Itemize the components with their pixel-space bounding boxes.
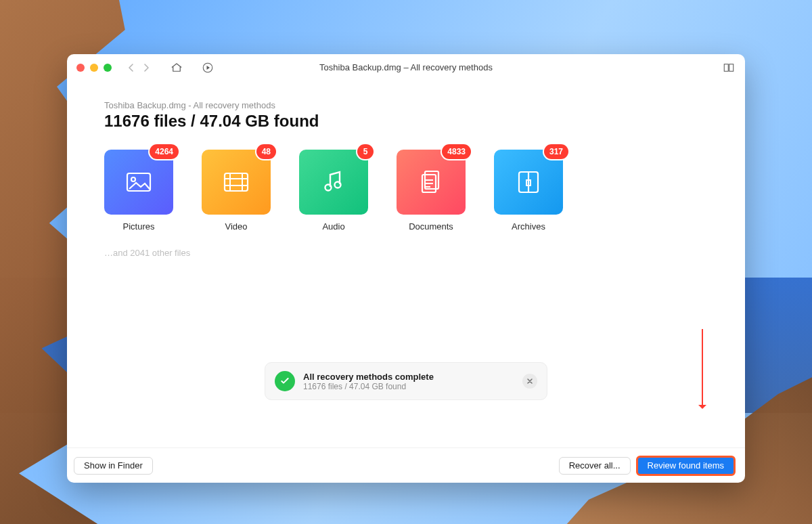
category-tile-pictures[interactable]: 4264 <box>104 150 173 215</box>
scan-activity-button[interactable] <box>201 61 215 74</box>
other-files-note: …and 2041 other files <box>104 248 718 258</box>
breadcrumb: Toshiba Backup.dmg - All recovery method… <box>104 100 718 110</box>
category-badge: 317 <box>544 144 568 159</box>
svg-point-6 <box>325 185 332 191</box>
window-controls <box>76 64 112 72</box>
category-documents[interactable]: 4833Documents <box>397 150 466 232</box>
category-tile-archives[interactable]: 317 <box>494 150 563 215</box>
back-button[interactable] <box>125 62 137 74</box>
category-pictures[interactable]: 4264Pictures <box>104 150 173 232</box>
close-window-button[interactable] <box>76 64 85 72</box>
show-in-finder-button[interactable]: Show in Finder <box>74 457 153 475</box>
fullscreen-window-button[interactable] <box>104 64 112 72</box>
category-label: Pictures <box>123 221 155 232</box>
category-archives[interactable]: 317Archives <box>494 150 563 232</box>
content-area: Toshiba Backup.dmg - All recovery method… <box>67 81 745 447</box>
success-check-icon <box>275 371 295 391</box>
window-title: Toshiba Backup.dmg – All recovery method… <box>67 62 745 72</box>
category-badge: 4833 <box>442 144 471 159</box>
recover-all-button[interactable]: Recover all... <box>559 457 631 475</box>
svg-point-7 <box>335 182 341 188</box>
category-label: Documents <box>409 221 453 232</box>
home-button[interactable] <box>170 61 183 74</box>
category-tile-video[interactable]: 48 <box>202 150 271 215</box>
review-found-items-button[interactable]: Review found items <box>637 457 734 475</box>
status-card: All recovery methods complete 11676 file… <box>265 362 547 400</box>
nav-buttons <box>125 62 152 74</box>
chevron-left-icon <box>127 64 135 72</box>
archives-icon <box>513 167 544 198</box>
status-title: All recovery methods complete <box>303 372 434 382</box>
svg-rect-5 <box>225 173 248 191</box>
category-label: Archives <box>512 221 545 232</box>
category-label: Audio <box>322 221 344 232</box>
category-tile-documents[interactable]: 4833 <box>397 150 466 215</box>
minimize-window-button[interactable] <box>90 64 98 72</box>
columns-icon <box>723 62 735 74</box>
category-audio[interactable]: 5Audio <box>299 150 368 232</box>
category-badge: 48 <box>256 144 276 159</box>
annotation-arrow <box>702 329 703 405</box>
chevron-right-icon <box>142 64 150 72</box>
category-label: Video <box>225 221 247 232</box>
app-window: Toshiba Backup.dmg – All recovery method… <box>67 54 745 483</box>
status-subtitle: 11676 files / 47.04 GB found <box>303 382 434 391</box>
documents-icon <box>415 167 447 198</box>
titlebar: Toshiba Backup.dmg – All recovery method… <box>67 54 745 81</box>
home-icon <box>171 62 183 74</box>
svg-point-4 <box>131 177 135 181</box>
pictures-icon <box>123 167 154 198</box>
category-badge: 5 <box>357 144 374 159</box>
category-badge: 4264 <box>150 144 179 159</box>
results-headline: 11676 files / 47.04 GB found <box>104 112 718 131</box>
category-video[interactable]: 48Video <box>202 150 271 232</box>
video-icon <box>221 167 252 198</box>
svg-rect-2 <box>729 64 734 71</box>
status-text: All recovery methods complete 11676 file… <box>303 372 434 391</box>
close-icon <box>526 378 533 385</box>
category-grid: 4264Pictures48Video5Audio4833Documents31… <box>104 150 718 232</box>
scan-icon <box>202 62 214 74</box>
view-columns-button[interactable] <box>722 61 736 74</box>
dismiss-status-button[interactable] <box>522 374 537 389</box>
category-tile-audio[interactable]: 5 <box>299 150 368 215</box>
forward-button[interactable] <box>140 62 152 74</box>
footer: Show in Finder Recover all... Review fou… <box>67 447 745 483</box>
audio-icon <box>318 167 349 198</box>
svg-rect-1 <box>724 64 728 71</box>
